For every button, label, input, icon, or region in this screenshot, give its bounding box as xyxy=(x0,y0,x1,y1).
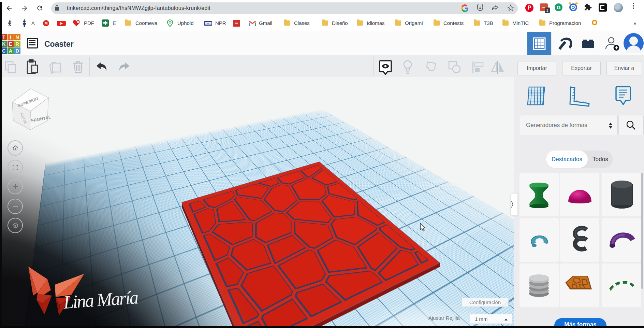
svg-text:Lina María: Lina María xyxy=(62,287,138,313)
